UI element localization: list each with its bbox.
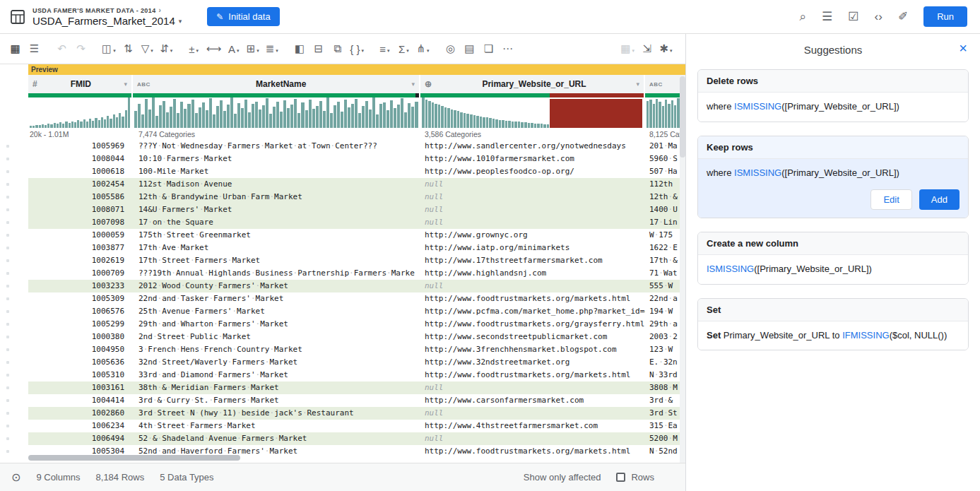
search-icon[interactable]: ⌕ [800, 11, 807, 23]
row-marker[interactable] [0, 165, 28, 178]
column-header-MarketName[interactable]: ABCMarketName▾ [133, 75, 420, 93]
align-icon[interactable]: ≡▾ [375, 38, 394, 59]
cell-fmid[interactable]: 1006494 [28, 432, 133, 445]
cell-primary-website[interactable]: http://www.carsonfarmersmarket.com [420, 394, 645, 407]
cell-primary-website[interactable]: null [420, 191, 645, 203]
missing-values-bar[interactable] [550, 99, 642, 128]
table-row[interactable]: 100387717th·Ave·Markethttp://www.iatp.or… [0, 242, 685, 254]
column-menu-icon[interactable]: ▾ [124, 81, 127, 88]
cell-fmid[interactable]: 1006234 [28, 420, 133, 432]
cell-market-name[interactable]: 112st·Madison·Avenue [133, 178, 420, 191]
row-marker[interactable] [0, 242, 28, 254]
cell-fmid[interactable]: 1000709 [28, 267, 133, 280]
table-row[interactable]: 100529929th·and·Wharton·Farmers'·Marketh… [0, 318, 685, 331]
cell-market-name[interactable]: 100-Mile·Market [133, 165, 420, 178]
table-row[interactable]: 1000059175th·Street·Greenmarkethttp://ww… [0, 229, 685, 242]
table-row[interactable]: 100709817·on·the·Squarenull17·Lin [0, 216, 685, 229]
text-format-icon[interactable]: A▾ [224, 38, 243, 59]
row-marker[interactable] [0, 343, 28, 356]
cell-primary-website[interactable]: http://www.pcfma.com/market_home.php?mar… [420, 305, 645, 318]
suggestion-card-set[interactable]: SetSet Primary_Website_or_URL to IFMISSI… [697, 298, 969, 351]
column-histogram[interactable] [133, 97, 420, 128]
cell-market-name[interactable]: 3·French·Hens·French·Country·Market [133, 343, 420, 356]
cell-primary-website[interactable]: http://www.foodtrustmarkets.org/markets.… [420, 445, 645, 458]
cell-market-name[interactable]: 10:10·Farmers·Market [133, 153, 420, 165]
table-row[interactable]: 10044143rd·&·Curry·St.·Farmers·Markethtt… [0, 394, 685, 407]
cell-fmid[interactable]: 1005636 [28, 356, 133, 369]
row-marker[interactable] [0, 191, 28, 203]
cell-fmid[interactable]: 1002454 [28, 178, 133, 191]
cell-market-name[interactable]: 2012·Wood·County·Farmers'·Market [133, 280, 420, 292]
table-row[interactable]: 1002454112st·Madison·Avenuenull112th [0, 178, 685, 191]
cell-primary-website[interactable]: http://www.4thstreetfarmersmarket.com [420, 420, 645, 432]
cell-primary-website[interactable]: null [420, 432, 645, 445]
cell-market-name[interactable]: ???19th·Annual·Highlands·Business·Partne… [133, 267, 420, 280]
row-marker[interactable] [0, 381, 28, 394]
row-marker[interactable] [0, 420, 28, 432]
row-marker[interactable] [0, 445, 28, 458]
row-marker[interactable] [0, 153, 28, 165]
row-marker[interactable] [0, 229, 28, 242]
table-row[interactable]: 100563632nd·Street/Waverly·Farmers·Marke… [0, 356, 685, 369]
row-marker[interactable] [0, 254, 28, 267]
cell-primary-website[interactable]: null [420, 203, 645, 216]
filter-icon[interactable]: ▽▾ [138, 38, 157, 59]
edit-button[interactable]: Edit [870, 189, 911, 210]
cell-fmid[interactable]: 1000059 [28, 229, 133, 242]
cell-primary-website[interactable]: null [420, 407, 645, 420]
close-icon[interactable]: × [959, 41, 967, 55]
scrollbar-thumb[interactable] [680, 76, 685, 158]
recipe-steps-icon[interactable]: ☑ [848, 11, 858, 23]
cell-primary-website[interactable]: http://www.17thstreetfarmersmarket.com [420, 254, 645, 267]
split-icon[interactable]: ◧ [290, 38, 309, 59]
standardize-icon[interactable]: ◎ [441, 38, 460, 59]
cell-market-name[interactable]: 52·&·Shadeland·Avenue·Farmers·Market [133, 432, 420, 445]
cell-market-name[interactable]: 22nd·and·Tasker·Farmers'·Market [133, 292, 420, 305]
join-icon[interactable]: ◫▾ [99, 38, 119, 59]
row-marker[interactable] [0, 178, 28, 191]
breadcrumb[interactable]: USDA FAMER'S MARKET DATA - 2014› [33, 6, 182, 15]
table-row[interactable]: 10028603rd·Street·N·(hwy·11)·beside·jack… [0, 407, 685, 420]
table-row[interactable]: 1000709???19th·Annual·Highlands·Business… [0, 267, 685, 280]
cell-primary-website[interactable]: http://www.foodtrustmarkets.org/graysfer… [420, 318, 645, 331]
cell-fmid[interactable]: 1000380 [28, 331, 133, 343]
cell-market-name[interactable]: 33rd·and·Diamond·Farmers'·Market [133, 369, 420, 381]
column-header-FMID[interactable]: #FMID▾ [28, 75, 133, 93]
cell-primary-website[interactable]: http://www.32ndstreetmarket.org [420, 356, 645, 369]
header-icon[interactable]: ≣▾ [262, 38, 281, 59]
recipe-list-icon[interactable]: ☰ [822, 11, 832, 23]
cell-fmid[interactable]: 1003877 [28, 242, 133, 254]
table-row[interactable]: 1005969???Y·Not·Wednesday·Farmers·Market… [0, 140, 685, 153]
row-marker[interactable] [0, 356, 28, 369]
edit-pen-icon[interactable]: ✐ [898, 11, 908, 23]
table-row[interactable]: 100530922nd·and·Tasker·Farmers'·Marketht… [0, 292, 685, 305]
row-marker[interactable] [0, 280, 28, 292]
row-marker[interactable] [0, 432, 28, 445]
cell-primary-website[interactable]: http://www.1010farmersmarket.com [420, 153, 645, 165]
cell-primary-website[interactable]: http://www.grownyc.org [420, 229, 645, 242]
cell-primary-website[interactable]: http://www.peoplesfoodco-op.org/ [420, 165, 645, 178]
cell-market-name[interactable]: 32nd·Street/Waverly·Farmers·Market [133, 356, 420, 369]
cell-market-name[interactable]: 12th·&·Brandywine·Urban·Farm·Market [133, 191, 420, 203]
table-row[interactable]: 100807114&U·Farmers'·Marketnull1400·U [0, 203, 685, 216]
table-row[interactable]: 10032332012·Wood·County·Farmers'·Marketn… [0, 280, 685, 292]
row-marker[interactable] [0, 292, 28, 305]
unpivot-icon[interactable]: ⊟ [309, 38, 328, 59]
table-row[interactable]: 100316138th·&·Meridian·Farmers·Marketnul… [0, 381, 685, 394]
cell-fmid[interactable]: 1007098 [28, 216, 133, 229]
more-icon[interactable]: ⋯ [498, 38, 517, 59]
rows-toggle[interactable]: Rows [616, 472, 654, 483]
cell-primary-website[interactable]: null [420, 178, 645, 191]
cell-market-name[interactable]: 25th·Avenue·Farmers'·Market [133, 305, 420, 318]
cell-fmid[interactable]: 1005969 [28, 140, 133, 153]
cell-primary-website[interactable]: http://www.sandlercenter.org/ynotwednesd… [420, 140, 645, 153]
table-row[interactable]: 1000618100-Mile·Markethttp://www.peoples… [0, 165, 685, 178]
row-marker[interactable] [0, 140, 28, 153]
cell-fmid[interactable]: 1003233 [28, 280, 133, 292]
suggestion-card-new-column[interactable]: Create a new columnISMISSING([Primary_We… [697, 232, 969, 285]
cell-market-name[interactable]: 29th·and·Wharton·Farmers'·Market [133, 318, 420, 331]
cell-market-name[interactable]: 2nd·Street·Public·Market [133, 331, 420, 343]
cell-fmid[interactable]: 1005310 [28, 369, 133, 381]
code-icon[interactable]: ‹› [875, 11, 882, 23]
row-marker[interactable] [0, 305, 28, 318]
